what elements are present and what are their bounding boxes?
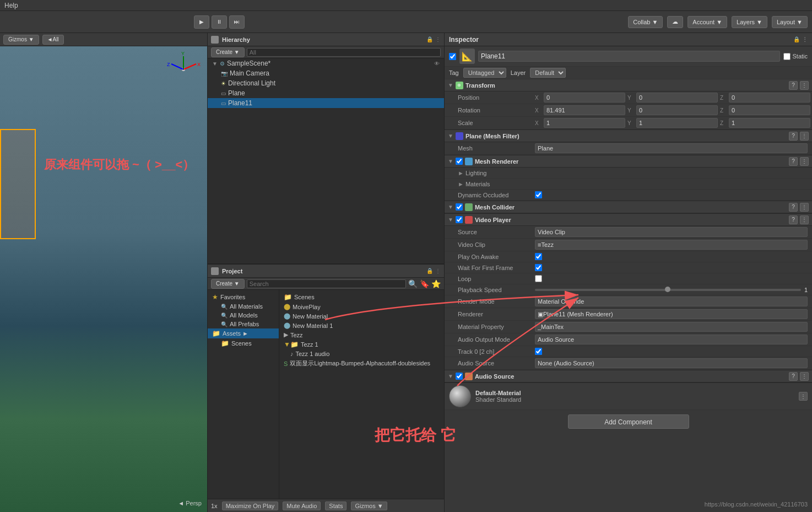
all-materials-item[interactable]: 🔍 All Materials xyxy=(208,302,279,311)
project-search-icon[interactable]: 🔍 xyxy=(408,279,418,288)
material-more-icon[interactable]: ⋮ xyxy=(799,392,808,401)
rot-z-input[interactable] xyxy=(729,105,810,115)
mesh-renderer-more-icon[interactable]: ⋮ xyxy=(800,157,809,166)
hierarchy-lock[interactable]: 🔒 xyxy=(426,36,433,42)
material-property-input[interactable] xyxy=(535,322,808,332)
tezz-item[interactable]: ▶ Tezz xyxy=(279,330,444,339)
project-more[interactable]: ⋮ xyxy=(435,268,441,274)
hierarchy-more[interactable]: ⋮ xyxy=(435,36,441,42)
mesh-filter-more-icon[interactable]: ⋮ xyxy=(800,132,809,141)
layer-select[interactable]: Default xyxy=(530,68,566,78)
gizmos-button[interactable]: Gizmos ▼ xyxy=(3,35,39,45)
moiveplay-item[interactable]: ⬤ MoivePlay xyxy=(279,302,444,311)
video-player-more-icon[interactable]: ⋮ xyxy=(800,215,809,224)
project-search[interactable] xyxy=(247,279,406,288)
scale-x-input[interactable] xyxy=(544,118,625,128)
video-clip-input[interactable] xyxy=(535,240,808,250)
static-checkbox[interactable] xyxy=(783,53,791,60)
mesh-renderer-checkbox[interactable] xyxy=(456,158,463,165)
transform-more-icon[interactable]: ⋮ xyxy=(800,81,809,90)
inspector-more[interactable]: ⋮ xyxy=(802,36,808,42)
all-prefabs-item[interactable]: 🔍 All Prefabs xyxy=(208,320,279,328)
video-player-checkbox[interactable] xyxy=(456,216,463,223)
new-material1-item[interactable]: ⬤ New Material 1 xyxy=(279,321,444,330)
add-component-button[interactable]: Add Component xyxy=(568,414,689,429)
track-checkbox[interactable] xyxy=(535,348,542,355)
cloud-button[interactable]: ☁ xyxy=(667,16,683,28)
render-mode-input[interactable] xyxy=(535,297,808,306)
step-button[interactable]: ⏭ xyxy=(229,15,245,29)
tezz1-folder-item[interactable]: ▼📁 Tezz 1 xyxy=(279,339,444,349)
layout-button[interactable]: Layout ▼ xyxy=(772,16,808,28)
mesh-collider-checkbox[interactable] xyxy=(456,203,463,211)
audio-source-checkbox[interactable] xyxy=(456,373,463,380)
object-active-checkbox[interactable] xyxy=(449,53,456,60)
project-bookmark-icon[interactable]: 🔖 xyxy=(420,279,429,288)
mesh-filter-settings-icon[interactable]: ? xyxy=(789,132,798,141)
pause-button[interactable]: ⏸ xyxy=(212,15,227,29)
play-on-awake-checkbox[interactable] xyxy=(535,253,542,260)
wait-first-frame-checkbox[interactable] xyxy=(535,264,542,271)
mesh-collider-settings-icon[interactable]: ? xyxy=(789,203,798,212)
video-player-settings-icon[interactable]: ? xyxy=(789,215,798,224)
menu-help[interactable]: Help xyxy=(4,2,18,9)
play-button[interactable]: ▶ xyxy=(194,15,209,29)
maximize-button[interactable]: Maximize On Play xyxy=(222,502,279,510)
tezz1-audio-item[interactable]: ♪ Tezz 1 audio xyxy=(279,349,444,358)
tag-select[interactable]: Untagged xyxy=(463,68,506,78)
account-button[interactable]: Account ▼ xyxy=(688,16,727,28)
hierarchy-create-button[interactable]: Create ▼ xyxy=(211,47,245,57)
plane-item[interactable]: ▭ Plane xyxy=(208,88,444,98)
transform-header[interactable]: ▼ ⊕ Transform ? ⋮ xyxy=(445,79,812,91)
mesh-input[interactable] xyxy=(535,143,808,153)
object-name-input[interactable] xyxy=(478,51,780,62)
playback-speed-slider[interactable] xyxy=(535,289,801,291)
scene-eye[interactable]: 👁 xyxy=(434,61,440,67)
mesh-filter-header[interactable]: ▼ Plane (Mesh Filter) ? ⋮ xyxy=(445,130,812,142)
mesh-renderer-settings-icon[interactable]: ? xyxy=(789,157,798,166)
scene-all-button[interactable]: ◄All xyxy=(42,35,64,45)
project-lock[interactable]: 🔒 xyxy=(426,268,433,274)
dynamic-occluded-checkbox[interactable] xyxy=(535,191,542,198)
project-star-icon[interactable]: ⭐ xyxy=(431,279,441,288)
mute-button[interactable]: Mute Audio xyxy=(283,502,321,510)
collab-button[interactable]: Collab ▼ xyxy=(628,16,663,28)
scale-y-input[interactable] xyxy=(636,118,718,128)
inspector-lock[interactable]: 🔒 xyxy=(793,36,800,42)
transform-settings-icon[interactable]: ? xyxy=(789,81,798,90)
project-create-button[interactable]: Create ▼ xyxy=(211,279,245,289)
rot-x-input[interactable] xyxy=(544,105,625,115)
main-camera-item[interactable]: 📷 Main Camera xyxy=(208,68,444,78)
all-models-item[interactable]: 🔍 All Models xyxy=(208,311,279,320)
scenes-folder-item[interactable]: 📁 Scenes xyxy=(208,338,279,348)
directional-light-item[interactable]: ☀ Directional Light xyxy=(208,78,444,88)
stats-button[interactable]: Stats xyxy=(325,502,347,510)
scale-z-input[interactable] xyxy=(729,118,810,128)
pos-z-input[interactable] xyxy=(729,93,810,103)
hierarchy-search[interactable] xyxy=(247,48,441,57)
scenes-asset-item[interactable]: 📁 Scenes xyxy=(279,292,444,302)
video-player-header[interactable]: ▼ Video Player ? ⋮ xyxy=(445,214,812,226)
pos-y-input[interactable] xyxy=(636,93,718,103)
rot-y-input[interactable] xyxy=(636,105,718,115)
pos-x-input[interactable] xyxy=(544,93,625,103)
favorites-header[interactable]: ★ Favorites xyxy=(208,292,279,302)
assets-header[interactable]: 📁 Assets ► xyxy=(208,328,279,338)
renderer-input[interactable] xyxy=(535,309,808,319)
source-input[interactable] xyxy=(535,227,808,237)
audio-source-more-icon[interactable]: ⋮ xyxy=(800,372,809,381)
audio-source-input[interactable] xyxy=(535,358,808,368)
audio-source-header[interactable]: ▼ Audio Source ? ⋮ xyxy=(445,370,812,382)
loop-checkbox[interactable] xyxy=(535,275,542,282)
scene-root-item[interactable]: ▼ ⚙ SampleScene* 👁 xyxy=(208,58,444,68)
audio-output-mode-input[interactable] xyxy=(535,335,808,344)
gizmos-status-button[interactable]: Gizmos ▼ xyxy=(351,502,387,510)
mesh-collider-header[interactable]: ▼ Mesh Collider ? ⋮ xyxy=(445,201,812,213)
mesh-collider-more-icon[interactable]: ⋮ xyxy=(800,203,809,212)
plane11-item[interactable]: ▭ Plane11 xyxy=(208,98,444,108)
shader-item[interactable]: S 双面显示Lightmap-Bumped-Alphacutoff-double… xyxy=(279,358,444,369)
layers-button[interactable]: Layers ▼ xyxy=(732,16,767,28)
audio-source-settings-icon[interactable]: ? xyxy=(789,372,798,381)
new-material-item[interactable]: ⬤ New Material xyxy=(279,311,444,321)
mesh-renderer-header[interactable]: ▼ Mesh Renderer ? ⋮ xyxy=(445,155,812,168)
